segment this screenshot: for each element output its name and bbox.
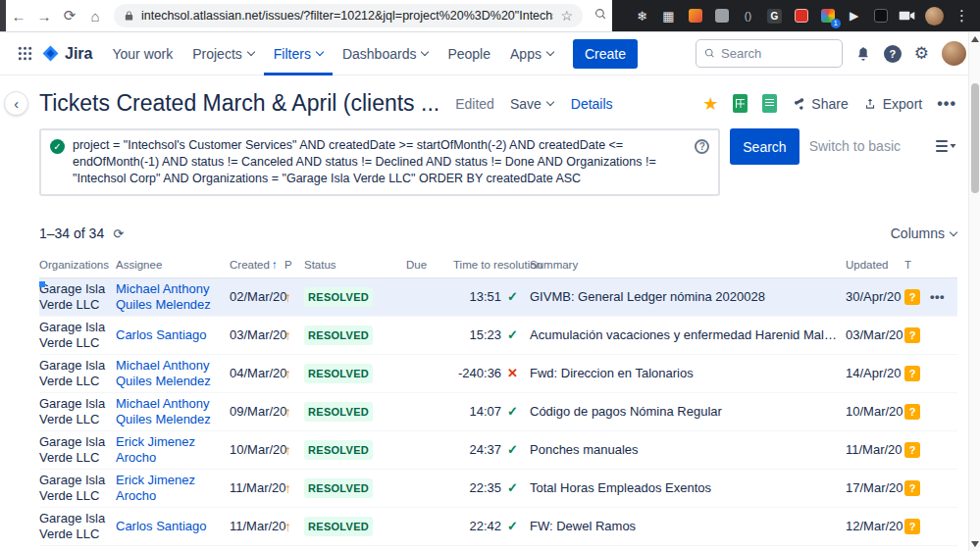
status-badge: RESOLVED	[304, 364, 373, 383]
jira-logo-text: Jira	[65, 45, 92, 63]
table-row[interactable]: Garage Isla Verde LLC Michael Anthony Qu…	[39, 393, 957, 431]
parentheses-extension-icon[interactable]	[740, 8, 756, 25]
export-icon	[863, 97, 877, 111]
jira-logo[interactable]: Jira	[41, 44, 92, 63]
youtube-extension-icon[interactable]	[846, 8, 862, 25]
nav-people[interactable]: People	[438, 32, 500, 75]
assignee-link[interactable]: Michael Anthony Quiles Melendez	[116, 358, 211, 388]
refresh-icon[interactable]	[113, 226, 124, 241]
nav-filters[interactable]: Filters	[264, 32, 333, 75]
switch-to-basic-link[interactable]: Switch to basic	[809, 138, 901, 154]
col-created[interactable]: Created	[230, 255, 284, 278]
list-options-icon[interactable]	[936, 139, 956, 153]
question-type-icon	[904, 289, 920, 305]
back-button[interactable]	[6, 8, 31, 25]
scrollbar-thumb[interactable]	[971, 83, 979, 193]
issue-summary-link[interactable]: Ponches manuales	[530, 431, 846, 470]
sheets-addon-icon[interactable]	[733, 94, 748, 113]
col-time-to-resolution[interactable]: Time to resolution	[453, 255, 530, 278]
search-input[interactable]	[721, 46, 834, 61]
extension-icon-gray[interactable]	[713, 8, 730, 25]
snowflake-extension-icon[interactable]	[634, 8, 650, 25]
user-avatar[interactable]	[942, 41, 966, 66]
columns-dropdown[interactable]: Columns	[891, 225, 956, 241]
settings-gear-icon[interactable]	[914, 43, 929, 64]
issue-summary-link[interactable]: Código de pagos Nómina Regular	[530, 393, 846, 431]
doc-addon-icon[interactable]	[762, 94, 777, 113]
issue-summary-link[interactable]: Fwd: Direccion en Talonarios	[530, 355, 846, 393]
jql-query-input[interactable]: project = "Intechsol's Customer Services…	[39, 128, 720, 196]
scroll-down-arrow-icon[interactable]	[971, 541, 979, 547]
status-badge: RESOLVED	[304, 326, 373, 345]
browser-profile-avatar[interactable]	[925, 7, 944, 25]
notifications-bell-icon[interactable]	[855, 46, 871, 62]
col-type[interactable]: T	[904, 255, 930, 278]
row-more-icon[interactable]	[930, 289, 945, 304]
nav-your-work[interactable]: Your work	[102, 32, 182, 75]
more-options-icon[interactable]	[937, 95, 956, 113]
extension-icon-orange[interactable]	[687, 8, 703, 25]
col-summary[interactable]: Summary	[530, 255, 846, 278]
issue-summary-link[interactable]: GIVMB: General Ledger nómina 2020028	[530, 278, 846, 317]
table-row[interactable]: Garage Isla Verde LLC Erick Jimenez Aroc…	[39, 431, 957, 470]
jql-help-icon[interactable]	[695, 139, 709, 154]
search-tabs-icon[interactable]	[589, 7, 612, 25]
favorite-star-icon[interactable]	[702, 93, 718, 115]
issue-summary-link[interactable]: Código Family Sick	[530, 546, 846, 551]
shield-extension-icon[interactable]	[793, 8, 809, 25]
table-row[interactable]: Garage Isla Verde LLC Erick Jimenez Aroc…	[39, 470, 957, 508]
assignee-link[interactable]: Carlos Santiago	[116, 327, 207, 342]
sidebar-collapse-button[interactable]	[4, 91, 28, 116]
forward-button[interactable]	[31, 8, 57, 25]
table-row[interactable]: Garage Isla Verde LLC Michael Anthony Qu…	[39, 355, 957, 393]
table-row[interactable]: Garage Isla Verde LLC Carlos Santiago 03…	[39, 317, 957, 355]
bookmark-star-icon[interactable]	[560, 8, 573, 24]
col-updated[interactable]: Updated	[846, 255, 904, 278]
video-camera-icon[interactable]	[899, 8, 915, 25]
app-switcher-icon[interactable]	[12, 41, 37, 67]
search-button[interactable]: Search	[730, 128, 799, 165]
question-type-icon	[904, 480, 920, 496]
help-icon[interactable]	[884, 45, 902, 63]
dark-extension-icon[interactable]	[872, 8, 889, 25]
issue-summary-link[interactable]: Acumulación vacaciones y enfermedad Hare…	[530, 317, 846, 355]
nav-apps[interactable]: Apps	[500, 32, 563, 75]
create-button[interactable]: Create	[573, 39, 638, 69]
vertical-scrollbar[interactable]	[968, 32, 980, 551]
col-priority[interactable]: P	[284, 255, 304, 278]
sla-status-icon	[507, 519, 518, 534]
col-due[interactable]: Due	[406, 255, 453, 278]
sla-status-icon	[507, 289, 518, 305]
status-badge: RESOLVED	[304, 517, 373, 536]
address-bar[interactable]: intechsol.atlassian.net/issues/?filter=1…	[114, 4, 583, 27]
col-assignee[interactable]: Assignee	[116, 255, 230, 278]
nav-dashboards[interactable]: Dashboards	[333, 32, 438, 75]
reload-button[interactable]	[57, 7, 82, 25]
issue-summary-link[interactable]: Total Horas Empleados Exentos	[530, 470, 846, 508]
nav-projects[interactable]: Projects	[182, 32, 264, 75]
assignee-link[interactable]: Erick Jimenez Arocho	[116, 434, 195, 465]
colorful-extension-icon[interactable]: 1	[819, 8, 836, 25]
export-button[interactable]: Export	[863, 96, 922, 112]
table-row[interactable]: Garage Isla Verde LLC Carlos Santiago 11…	[39, 546, 957, 551]
col-organizations[interactable]: Organizations	[39, 255, 116, 278]
assignee-link[interactable]: Erick Jimenez Arocho	[116, 473, 195, 503]
home-button[interactable]	[82, 8, 108, 25]
assignee-link[interactable]: Carlos Santiago	[116, 519, 207, 533]
chevron-down-icon	[316, 48, 324, 56]
assignee-link[interactable]: Michael Anthony Quiles Melendez	[116, 281, 211, 312]
table-row[interactable]: Garage Isla Verde LLC Michael Anthony Qu…	[39, 278, 957, 317]
nav-search-box[interactable]	[696, 39, 843, 68]
grid-extension-icon[interactable]	[660, 8, 677, 25]
lock-icon	[124, 10, 134, 22]
col-status[interactable]: Status	[304, 255, 406, 278]
browser-menu-icon[interactable]	[954, 8, 970, 25]
save-dropdown[interactable]: Save	[510, 96, 553, 112]
google-extension-icon[interactable]: G	[766, 8, 783, 25]
issue-summary-link[interactable]: FW: Dewel Ramos	[530, 508, 846, 546]
assignee-link[interactable]: Michael Anthony Quiles Melendez	[116, 396, 211, 426]
scroll-up-arrow-icon[interactable]	[971, 36, 979, 42]
details-link[interactable]: Details	[571, 96, 613, 112]
table-row[interactable]: Garage Isla Verde LLC Carlos Santiago 11…	[39, 508, 957, 546]
share-button[interactable]: Share	[792, 96, 848, 112]
